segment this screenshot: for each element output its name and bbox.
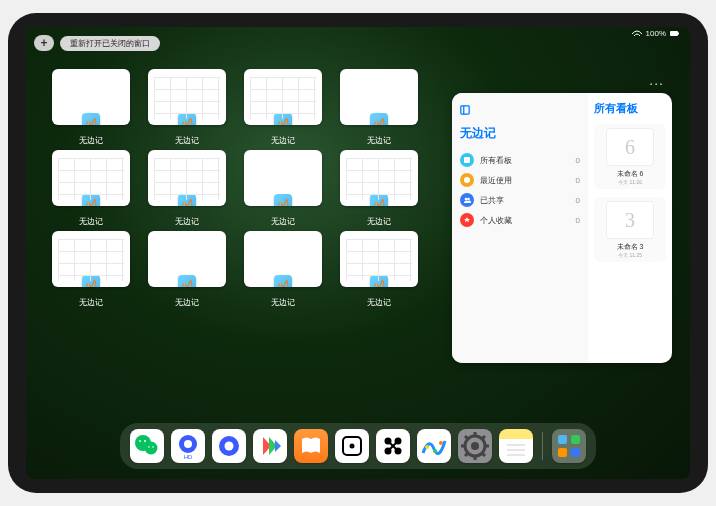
svg-point-15 [285,201,286,202]
svg-point-56 [433,449,437,453]
sidebar-item-count: 0 [576,196,580,205]
more-options-button[interactable]: ··· [649,75,664,91]
connect-icon[interactable] [376,429,410,463]
svg-point-33 [145,442,158,455]
svg-rect-73 [571,448,580,457]
wechat-icon[interactable] [130,429,164,463]
svg-rect-1 [678,32,679,34]
app-library-icon[interactable] [552,429,586,463]
freeform-app-icon [82,113,100,125]
svg-point-24 [376,283,377,284]
dice-icon[interactable] [335,429,369,463]
window-thumbnail[interactable]: 无边记 [340,69,418,146]
window-thumbnail[interactable]: 无边记 [244,231,322,308]
ipad-frame: 100% + 重新打开已关闭的窗口 无边记无边记无边记无边记无边记无边记无边记无… [8,13,708,493]
svg-point-11 [93,201,94,202]
svg-rect-72 [558,448,567,457]
sidebar-item-icon [460,173,474,187]
svg-point-9 [381,120,382,121]
svg-point-17 [381,201,382,202]
window-preview [340,69,418,125]
books-icon[interactable] [294,429,328,463]
board-date: 今天 11:25 [618,252,642,258]
app-switcher-grid: 无边记无边记无边记无边记无边记无边记无边记无边记无边记无边记无边记无边记 [52,69,418,308]
svg-point-19 [93,282,94,283]
panel-content-title: 所有看板 [594,101,666,116]
window-preview [340,150,418,206]
settings-icon[interactable] [458,429,492,463]
svg-point-55 [439,441,443,445]
window-preview [52,69,130,125]
window-thumbnail[interactable]: 无边记 [340,231,418,308]
battery-text: 100% [646,29,666,38]
sidebar-item-icon [460,153,474,167]
window-thumbnail[interactable]: 无边记 [52,231,130,308]
reopen-closed-window-button[interactable]: 重新打开已关闭的窗口 [60,36,160,51]
svg-point-8 [376,121,377,122]
svg-rect-71 [571,435,580,444]
sidebar-item-count: 0 [576,156,580,165]
add-window-button[interactable]: + [34,35,54,51]
board-preview: 6 [606,128,654,166]
window-label: 无边记 [271,135,295,146]
svg-point-5 [189,120,190,121]
sidebar-item[interactable]: 所有看板0 [460,150,580,170]
svg-point-47 [350,444,355,449]
svg-point-14 [280,202,281,203]
play-video-icon[interactable] [253,429,287,463]
svg-point-39 [184,440,192,448]
freeform-app-icon [274,194,292,206]
dock: HD [120,423,596,469]
board-card[interactable]: 3未命名 3今天 11:25 [594,197,666,262]
svg-point-2 [88,121,89,122]
sidebar-item[interactable]: 已共享0 [460,190,580,210]
svg-point-25 [381,282,382,283]
window-label: 无边记 [367,297,391,308]
window-thumbnail[interactable]: 无边记 [340,150,418,227]
window-thumbnail[interactable]: 无边记 [148,69,226,146]
svg-point-58 [471,442,479,450]
window-thumbnail[interactable]: 无边记 [52,69,130,146]
svg-point-21 [189,282,190,283]
svg-line-65 [482,436,485,439]
window-preview [148,69,226,125]
sidebar-item-count: 0 [576,216,580,225]
window-label: 无边记 [271,216,295,227]
svg-point-16 [376,202,377,203]
svg-point-20 [184,283,185,284]
board-card[interactable]: 6未命名 6今天 11:26 [594,124,666,189]
freeform-panel[interactable]: 无边记 所有看板0最近使用0已共享0个人收藏0 所有看板 6未命名 6今天 11… [452,93,672,363]
svg-rect-26 [461,106,469,114]
board-name: 未命名 6 [617,169,644,179]
svg-line-63 [465,436,468,439]
freeform-icon[interactable] [417,429,451,463]
svg-rect-28 [464,157,470,163]
svg-point-34 [139,440,141,442]
freeform-app-icon [370,113,388,125]
window-thumbnail[interactable]: 无边记 [244,69,322,146]
notes-icon[interactable] [499,429,533,463]
quark-icon[interactable] [212,429,246,463]
status-bar: 100% [632,29,680,38]
svg-marker-45 [275,440,281,452]
window-preview [244,231,322,287]
panel-content: 所有看板 6未命名 6今天 11:263未命名 3今天 11:25 [588,93,672,363]
window-thumbnail[interactable]: 无边记 [148,231,226,308]
window-thumbnail[interactable]: 无边记 [148,150,226,227]
panel-sidebar-title: 无边记 [460,125,580,142]
sidebar-item[interactable]: 最近使用0 [460,170,580,190]
panel-sidebar: 无边记 所有看板0最近使用0已共享0个人收藏0 [452,93,588,363]
panel-collapse-icon[interactable] [460,101,470,119]
sidebar-item[interactable]: 个人收藏0 [460,210,580,230]
svg-point-54 [425,445,429,449]
freeform-app-icon [178,194,196,206]
svg-point-30 [465,198,468,201]
freeform-app-icon [82,275,100,287]
freeform-app-icon [82,194,100,206]
window-thumbnail[interactable]: 无边记 [52,150,130,227]
svg-rect-0 [670,31,678,36]
quark-hd-icon[interactable]: HD [171,429,205,463]
svg-point-12 [184,202,185,203]
window-preview [244,69,322,125]
window-thumbnail[interactable]: 无边记 [244,150,322,227]
